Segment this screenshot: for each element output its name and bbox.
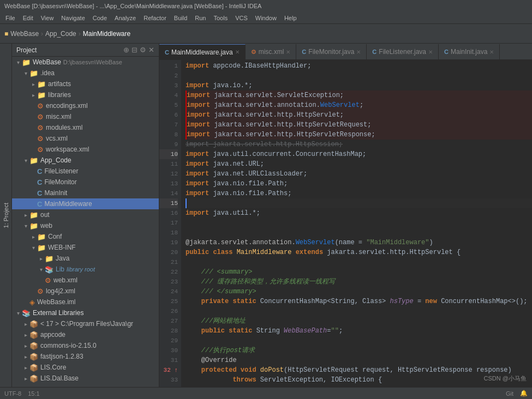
web-icon: 📁 [29, 222, 38, 230]
line-32: 32 ↑ [159, 365, 178, 375]
ext-libs-arrow[interactable] [14, 310, 22, 316]
commons-icon: 📦 [29, 342, 38, 350]
tree-item-appcode[interactable]: 📁 App_Code [12, 155, 159, 166]
collapse-button[interactable]: ⊟ [131, 46, 138, 54]
web-arrow[interactable] [22, 223, 29, 229]
add-button[interactable]: ⊕ [123, 46, 129, 54]
conf-arrow[interactable] [29, 234, 37, 240]
tree-item-log4j2[interactable]: ⚙ log4j2.xml [12, 286, 159, 297]
log4j2-label: log4j2.xml [46, 287, 75, 295]
tree-item-workspace[interactable]: ⚙ workspace.xml [12, 144, 159, 155]
menu-bar: File Edit View Navigate Code Analyze Ref… [0, 12, 532, 24]
menu-build[interactable]: Build [171, 14, 190, 22]
menu-code[interactable]: Code [89, 14, 110, 22]
menu-window[interactable]: Window [252, 14, 280, 22]
tree-item-webbase-iml[interactable]: ◈ WebBase.iml [12, 297, 159, 307]
menu-tools[interactable]: Tools [210, 14, 231, 22]
tree-item-encodings[interactable]: ⚙ encodings.xml [12, 100, 159, 111]
settings-button[interactable]: ⚙ [140, 46, 146, 54]
project-tree[interactable]: 📁 WebBase D:\jbasesvn\WebBase 📁 .idea 📁 … [12, 57, 159, 387]
side-panel-label[interactable]: 1: Project [0, 44, 12, 387]
tree-item-web[interactable]: 📁 web [12, 220, 159, 231]
code-editor[interactable]: 1 2 3 4 5 6 7 8 9 10 11 12 13 14 15 16 1… [159, 60, 532, 387]
menu-run[interactable]: Run [192, 14, 209, 22]
appcode-folder-icon: 📁 [29, 156, 38, 165]
close-panel-button[interactable]: ✕ [148, 46, 154, 54]
out-arrow[interactable] [22, 212, 29, 218]
menu-view[interactable]: View [38, 14, 57, 22]
tree-item-lis-dal[interactable]: 📦 LIS.Dal.Base [12, 373, 159, 384]
tree-item-filelistener[interactable]: C FileListener [12, 166, 159, 177]
artifacts-arrow[interactable] [29, 81, 37, 87]
menu-edit[interactable]: Edit [20, 14, 37, 22]
lis-core-arrow[interactable] [22, 365, 29, 371]
tab-filelistener[interactable]: C FileListener.java ✕ [367, 44, 439, 59]
code-line-29 [186, 336, 532, 346]
menu-vcs[interactable]: VCS [232, 14, 251, 22]
code-line-7: import jakarta.servlet.http.HttpServletR… [186, 120, 532, 130]
breadcrumb-webbase[interactable]: WebBase [10, 30, 39, 38]
tab-filemonitor-close[interactable]: ✕ [356, 49, 361, 55]
tree-item-misc[interactable]: ⚙ misc.xml [12, 111, 159, 122]
tab-mainmiddleware-close[interactable]: ✕ [235, 49, 240, 55]
commons-arrow[interactable] [22, 343, 29, 349]
main-area: 1: Project Project ⊕ ⊟ ⚙ ✕ 📁 WebBase D:\… [0, 44, 532, 387]
java-folder-arrow[interactable] [37, 256, 45, 262]
tree-item-lib[interactable]: 📚 Lib library root [12, 264, 159, 275]
libraries-arrow[interactable] [29, 92, 37, 98]
tree-item-appcode-jar[interactable]: 📦 appcode [12, 329, 159, 340]
tree-item-lis-core[interactable]: 📦 LIS.Core [12, 362, 159, 373]
tree-item-conf[interactable]: 📁 Conf [12, 231, 159, 242]
code-line-30: ///执行post请求 [186, 346, 532, 355]
tree-item-webbase[interactable]: 📁 WebBase D:\jbasesvn\WebBase [12, 57, 159, 68]
tree-item-java17[interactable]: 📦 < 17 > C:\Program Files\Java\gr [12, 318, 159, 329]
tree-item-java[interactable]: 📁 Java [12, 253, 159, 264]
tab-filemonitor[interactable]: C FileMonitor.java ✕ [296, 44, 367, 59]
code-line-18 [186, 228, 532, 238]
idea-arrow[interactable] [22, 70, 29, 76]
tree-item-filemonitor[interactable]: C FileMonitor [12, 177, 159, 188]
java17-arrow[interactable] [22, 321, 29, 327]
appcode-jar-arrow[interactable] [22, 332, 29, 338]
menu-refactor[interactable]: Refactor [140, 14, 170, 22]
menu-file[interactable]: File [2, 14, 19, 22]
tree-item-out[interactable]: 📁 out [12, 209, 159, 220]
menu-analyze[interactable]: Analyze [111, 14, 139, 22]
project-panel: Project ⊕ ⊟ ⚙ ✕ 📁 WebBase D:\jbasesvn\We… [12, 44, 159, 387]
project-panel-header: Project ⊕ ⊟ ⚙ ✕ [12, 44, 159, 57]
webinf-arrow[interactable] [29, 245, 37, 251]
tab-misc-close[interactable]: ✕ [286, 49, 290, 55]
menu-navigate[interactable]: Navigate [58, 14, 88, 22]
tab-maininit[interactable]: C MainInit.java ✕ [439, 44, 500, 59]
tree-item-libraries[interactable]: 📁 libraries [12, 89, 159, 100]
tree-item-idea[interactable]: 📁 .idea [12, 68, 159, 78]
tree-item-commons[interactable]: 📦 commons-io-2.15.0 [12, 340, 159, 351]
java17-icon: 📦 [29, 320, 38, 328]
breadcrumb-appcode[interactable]: App_Code [45, 30, 76, 38]
breadcrumb-mainmiddleware[interactable]: MainMiddleware [83, 30, 130, 38]
tree-item-vcs[interactable]: ⚙ vcs.xml [12, 133, 159, 144]
line-21: 21 [159, 257, 178, 267]
tree-item-artifacts[interactable]: 📁 artifacts [12, 78, 159, 89]
tab-maininit-close[interactable]: ✕ [489, 49, 494, 55]
tree-item-ext-libs[interactable]: 📚 External Libraries [12, 307, 159, 318]
lib-arrow[interactable] [37, 267, 45, 273]
code-content[interactable]: import appcode.IBaseHttpHandler; import … [181, 60, 532, 387]
webbase-arrow[interactable] [14, 59, 22, 65]
tree-item-mainmiddleware[interactable]: C MainMiddleware [12, 198, 159, 209]
lis-dal-arrow[interactable] [22, 376, 29, 382]
fastjson-arrow[interactable] [22, 354, 29, 360]
tree-item-webxml[interactable]: ⚙ web.xml [12, 275, 159, 286]
tree-item-webinf[interactable]: 📁 WEB-INF [12, 242, 159, 253]
line-16: 16 [159, 208, 178, 218]
tab-mainmiddleware-label: MainMiddleware.java [171, 49, 233, 56]
libraries-label: libraries [48, 91, 71, 99]
appcode-arrow[interactable] [22, 158, 29, 164]
tree-item-modules[interactable]: ⚙ modules.xml [12, 122, 159, 133]
tree-item-maininit[interactable]: C MainInit [12, 188, 159, 198]
tree-item-fastjson[interactable]: 📦 fastjson-1.2.83 [12, 351, 159, 362]
tab-misc[interactable]: ⚙ misc.xml ✕ [246, 44, 297, 59]
tab-mainmiddleware[interactable]: C MainMiddleware.java ✕ [159, 44, 246, 59]
tab-filelistener-close[interactable]: ✕ [428, 49, 433, 55]
menu-help[interactable]: Help [281, 14, 300, 22]
